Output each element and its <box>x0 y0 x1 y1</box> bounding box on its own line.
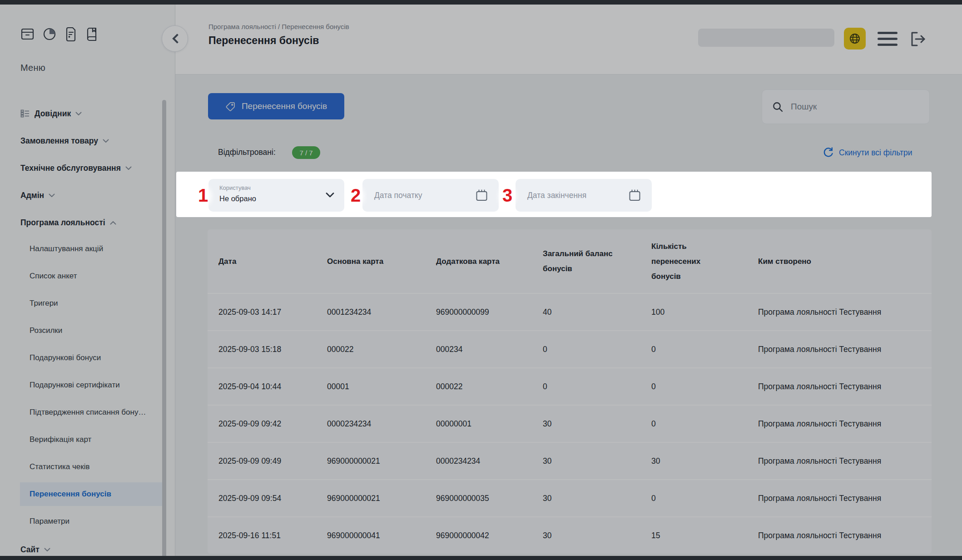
table-row: 2025-09-04 10:440000100002200Програма ло… <box>208 367 932 405</box>
search-input[interactable] <box>790 101 914 112</box>
search-box[interactable] <box>762 89 930 124</box>
sidebar-collapse-button[interactable] <box>162 25 188 52</box>
sidebar-section-5[interactable]: Програма лояльності <box>20 217 116 228</box>
table-cell: 0000234234 <box>327 419 436 429</box>
table-cell: 0000234234 <box>436 456 543 466</box>
sidebar: Меню ДовідникЗамовлення товаруТехнічне о… <box>0 5 175 556</box>
page-title: Перенесення бонусів <box>208 35 319 47</box>
annotation-marker-1: 1 <box>195 184 211 207</box>
date-from-placeholder: Дата початку <box>374 191 422 200</box>
table-cell: 0 <box>651 382 758 392</box>
sidebar-item-7[interactable]: Підтвердження списання бону… <box>20 401 163 424</box>
breadcrumb: Програма лояльності / Перенесення бонусі… <box>208 23 349 30</box>
sidebar-section-1[interactable]: Довідник <box>20 108 82 119</box>
logout-icon <box>907 29 928 50</box>
date-to-placeholder: Дата закінчення <box>527 191 586 200</box>
calendar-icon <box>629 189 641 202</box>
date-from-input[interactable]: Дата початку <box>362 179 499 212</box>
filtered-count-badge: 7 / 7 <box>292 146 320 159</box>
table-cell: Програма лояльності Тестування <box>758 419 932 429</box>
sidebar-item-1[interactable]: Налаштування акцій <box>20 237 163 261</box>
bonus-transfer-button[interactable]: Перенесення бонусів <box>208 93 344 119</box>
sidebar-section-2[interactable]: Замовлення товару <box>20 135 109 147</box>
sidebar-item-3[interactable]: Тригери <box>20 292 163 315</box>
book-icon[interactable] <box>85 26 99 42</box>
sidebar-section-label: Адмін <box>20 191 44 200</box>
column-header: Додаткова карта <box>436 254 543 269</box>
column-header: Дата <box>218 254 327 269</box>
sidebar-section-label: Програма лояльності <box>20 218 105 228</box>
tag-icon <box>225 101 236 112</box>
sidebar-item-5[interactable]: Подарункові бонуси <box>20 346 163 370</box>
table-row: 2025-09-16 11:51969000000041969000000042… <box>208 516 932 554</box>
app-logo-row <box>20 26 99 42</box>
user-filter-value: Не обрано <box>219 194 256 203</box>
table-row: 2025-09-03 15:1800002200023400Програма л… <box>208 330 932 367</box>
user-filter-dropdown[interactable]: Користувач Не обрано <box>208 179 344 212</box>
annotation-marker-3: 3 <box>500 184 515 207</box>
column-header: Ким створено <box>758 254 932 269</box>
chevron-down-icon <box>103 139 109 143</box>
chevron-down-icon <box>326 193 334 198</box>
table-row: 2025-09-03 14:17000123423496900000009940… <box>208 293 932 330</box>
document-icon[interactable] <box>64 26 77 42</box>
table-cell: 969000000035 <box>436 494 543 503</box>
table-cell: 0001234234 <box>327 307 436 317</box>
chevron-down-icon <box>44 548 50 552</box>
sidebar-section-4[interactable]: Адмін <box>20 189 55 201</box>
sidebar-scrollbar[interactable] <box>162 100 166 560</box>
table-cell: 000022 <box>327 345 436 354</box>
sidebar-menu-title: Меню <box>20 63 45 73</box>
table-cell: 2025-09-16 11:51 <box>218 531 327 540</box>
column-header: Кількість перенесених бонусів <box>651 239 758 284</box>
table-cell: 0 <box>651 345 758 354</box>
table-cell: 00000001 <box>436 419 543 429</box>
hamburger-menu-icon[interactable] <box>878 32 898 46</box>
archive-icon[interactable] <box>20 26 35 42</box>
reset-filters-link[interactable]: Скинути всі фільтри <box>823 147 912 159</box>
table-cell: 2025-09-04 10:44 <box>218 382 327 392</box>
bonus-transfer-button-label: Перенесення бонусів <box>242 101 327 111</box>
sidebar-section-label: Замовлення товару <box>20 136 98 146</box>
table-cell: 969000000042 <box>436 531 543 540</box>
sidebar-item-9[interactable]: Статистика чеків <box>20 455 163 479</box>
table-cell: 969000000021 <box>327 494 436 503</box>
sidebar-item-4[interactable]: Розсилки <box>20 319 163 342</box>
sidebar-item-6[interactable]: Подарункові сертифікати <box>20 373 163 397</box>
sidebar-item-8[interactable]: Верифікація карт <box>20 428 163 451</box>
sidebar-section-label: Сайт <box>20 545 40 555</box>
language-button[interactable] <box>844 28 866 50</box>
table-cell: 2025-09-09 09:49 <box>218 456 327 466</box>
table-cell: 2025-09-09 09:54 <box>218 494 327 503</box>
chevron-down-icon <box>49 193 55 198</box>
pie-chart-icon[interactable] <box>42 26 57 42</box>
date-to-input[interactable]: Дата закінчення <box>516 179 652 212</box>
table-cell: 0 <box>543 345 651 354</box>
sidebar-section-site[interactable]: Сайт <box>20 544 50 555</box>
table-cell: Програма лояльності Тестування <box>758 345 932 354</box>
sidebar-item-10[interactable]: Перенесення бонусів <box>20 482 163 506</box>
annotation-marker-2: 2 <box>348 184 363 207</box>
filtered-label: Відфільтровані: <box>218 148 276 157</box>
table-cell: 2025-09-03 15:18 <box>218 345 327 354</box>
logout-button[interactable] <box>907 29 928 50</box>
sidebar-section-label: Довідник <box>35 109 71 119</box>
sidebar-item-2[interactable]: Список анкет <box>20 264 163 288</box>
sidebar-section-3[interactable]: Технічне обслуговування <box>20 162 132 174</box>
calendar-icon <box>476 189 488 202</box>
chevron-down-icon <box>75 112 82 116</box>
table-cell: 30 <box>651 456 758 466</box>
table-cell: Програма лояльності Тестування <box>758 382 932 392</box>
table-cell: 000234 <box>436 345 543 354</box>
table-cell: 000022 <box>436 382 543 392</box>
user-account-pill[interactable] <box>698 29 834 47</box>
chevron-left-icon <box>172 34 179 44</box>
list-icon <box>20 109 30 118</box>
table-cell: 969000000041 <box>327 531 436 540</box>
reset-filters-label: Скинути всі фільтри <box>839 148 912 158</box>
table-cell: 969000000021 <box>327 456 436 466</box>
refresh-icon <box>823 147 834 159</box>
sidebar-item-11[interactable]: Параметри <box>20 510 163 533</box>
window-top-edge <box>0 0 962 5</box>
table-cell: 0 <box>651 419 758 429</box>
